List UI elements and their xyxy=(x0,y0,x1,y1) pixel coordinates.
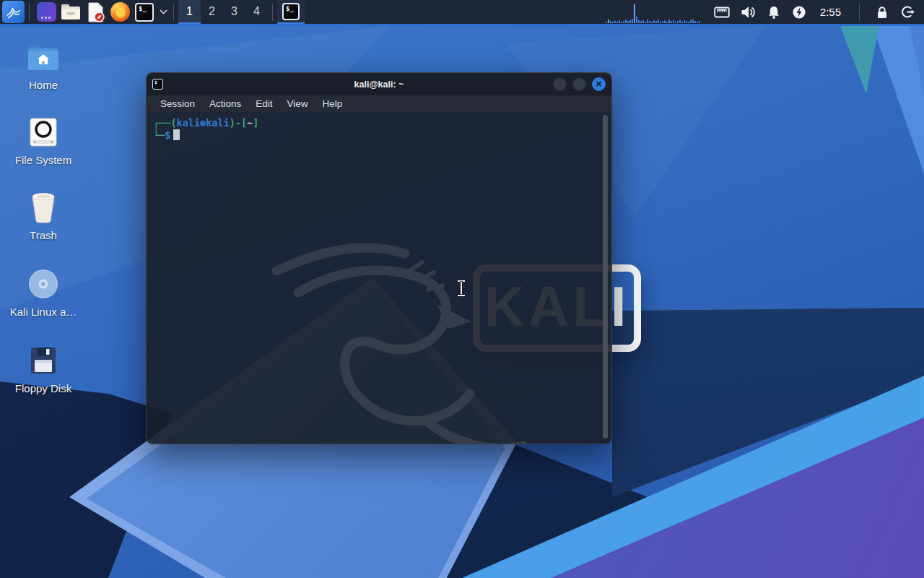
desktop-icon-label: Home xyxy=(29,79,58,91)
panel-separator xyxy=(29,4,30,21)
terminal-content[interactable]: ┌──(kali⊛kali)-[~] └─$ xyxy=(147,112,611,444)
desktop-icon-file-system[interactable]: File System xyxy=(9,116,78,166)
close-button[interactable]: ✕ xyxy=(592,77,606,91)
prompt-user: kali⊛kali xyxy=(177,117,230,129)
notifications-icon[interactable] xyxy=(767,5,781,20)
terminal-dropdown-chevron[interactable] xyxy=(160,9,167,14)
workspace-2[interactable]: 2 xyxy=(201,0,223,24)
menu-view[interactable]: View xyxy=(281,98,315,109)
terminal-menubar: Session Actions Edit View Help xyxy=(147,95,611,112)
system-monitor-graph[interactable] xyxy=(606,1,707,23)
panel-separator xyxy=(859,4,860,21)
trash-icon xyxy=(28,191,58,224)
launcher-file-manager[interactable] xyxy=(59,1,82,24)
desktop-icon-home[interactable]: Home xyxy=(9,40,78,91)
terminal-icon: $_ xyxy=(135,3,154,22)
prompt-symbol: $ xyxy=(165,129,170,141)
desktop-icon-label: Trash xyxy=(30,229,57,241)
prompt-path: ~ xyxy=(247,117,253,129)
menu-actions[interactable]: Actions xyxy=(203,98,248,109)
desktop-icon-kali-linux[interactable]: Kali Linux a… xyxy=(9,267,78,318)
terminal-window: $ kali@kali: ~ ✕ Session Actions Edit Vi… xyxy=(146,72,612,444)
launcher-app-finder[interactable] xyxy=(35,1,58,24)
app-window-icon xyxy=(37,2,56,22)
taskbar-terminal-button[interactable]: $_ xyxy=(277,0,305,24)
desktop-icon-label: Kali Linux a… xyxy=(10,306,77,318)
drive-icon xyxy=(28,116,58,149)
launcher-terminal[interactable]: $_ xyxy=(133,1,156,24)
folder-icon xyxy=(61,3,81,21)
panel-clock[interactable]: 2:55 xyxy=(820,6,841,18)
terminal-cursor xyxy=(173,129,180,140)
terminal-titlebar[interactable]: $ kali@kali: ~ ✕ xyxy=(147,73,611,95)
desktop-icon-floppy-disk[interactable]: Floppy Disk xyxy=(9,344,78,394)
kali-dragon-watermark xyxy=(255,184,558,444)
disc-icon xyxy=(27,267,59,301)
prompt-frame-mid: )-[ xyxy=(230,117,247,129)
desktop-icon-trash[interactable]: Trash xyxy=(9,191,78,241)
desktop-screen: KALI Home File System xyxy=(0,0,924,578)
network-icon[interactable] xyxy=(714,6,730,19)
panel-separator xyxy=(272,4,273,21)
prompt-line-2: └─$ xyxy=(153,129,597,142)
home-folder-icon xyxy=(27,40,60,74)
terminal-icon: $_ xyxy=(282,3,300,20)
prompt-line-1: ┌──(kali⊛kali)-[~] xyxy=(153,117,597,129)
floppy-icon xyxy=(29,344,58,377)
workspace-3[interactable]: 3 xyxy=(223,0,245,24)
power-manager-icon[interactable] xyxy=(792,5,806,20)
workspace-1[interactable]: 1 xyxy=(178,0,201,24)
terminal-scrollbar[interactable] xyxy=(603,115,608,439)
firefox-icon xyxy=(110,2,130,22)
prompt-line2-frame: └─ xyxy=(153,129,165,141)
minimize-button[interactable] xyxy=(553,77,567,91)
launcher-firefox[interactable] xyxy=(108,1,131,24)
menu-edit[interactable]: Edit xyxy=(249,98,279,109)
panel-separator xyxy=(173,4,174,21)
logout-icon[interactable] xyxy=(900,4,915,20)
lock-screen-icon[interactable] xyxy=(875,5,889,20)
workspace-4[interactable]: 4 xyxy=(245,0,268,24)
top-panel: $_ 1 2 3 4 $_ xyxy=(0,0,924,26)
volume-icon[interactable] xyxy=(741,5,756,20)
kali-dragon-icon xyxy=(5,4,22,21)
menu-help[interactable]: Help xyxy=(316,98,349,109)
menu-session[interactable]: Session xyxy=(154,98,201,109)
desktop-icon-label: File System xyxy=(15,154,71,166)
desktop-icon-label: Floppy Disk xyxy=(15,382,71,394)
terminal-window-icon: $ xyxy=(152,79,163,90)
maximize-button[interactable] xyxy=(572,77,586,91)
launcher-text-editor[interactable] xyxy=(84,1,107,24)
prompt-frame-close: ] xyxy=(253,117,258,129)
document-edit-icon xyxy=(86,2,105,22)
terminal-window-title: kali@kali: ~ xyxy=(147,79,611,90)
prompt-frame-open: ┌──( xyxy=(153,117,177,129)
kali-menu-button[interactable] xyxy=(2,1,25,23)
mouse-cursor-ibeam xyxy=(456,280,467,296)
